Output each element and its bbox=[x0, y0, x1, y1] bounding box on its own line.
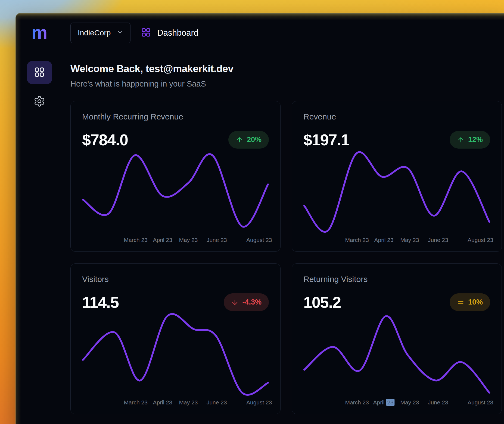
x-axis-tick: March 23 bbox=[345, 237, 369, 243]
metric-value: 114.5 bbox=[82, 293, 119, 311]
selection-highlight: 23 bbox=[386, 399, 394, 406]
line-chart bbox=[82, 314, 269, 397]
x-axis-tick: August 23 bbox=[246, 399, 272, 406]
trend-badge: 12% bbox=[450, 131, 490, 149]
x-axis-tick: May 23 bbox=[400, 237, 419, 243]
equals-icon bbox=[457, 299, 465, 306]
x-axis-tick: April 23 bbox=[373, 399, 394, 406]
x-axis-tick: March 23 bbox=[124, 399, 148, 406]
card-title: Returning Visitors bbox=[303, 275, 490, 284]
main-area: IndieCorp Dashboard bbox=[63, 14, 504, 424]
x-axis-tick: April 23 bbox=[374, 237, 393, 243]
welcome-heading: Welcome Back, test@makerkit.dev bbox=[70, 63, 502, 75]
sidebar-item-dashboard[interactable] bbox=[27, 61, 52, 84]
value-row: 105.2 10% bbox=[303, 293, 490, 311]
line-chart bbox=[82, 151, 269, 235]
trend-label: 10% bbox=[468, 298, 483, 306]
x-axis-tick: March 23 bbox=[124, 237, 148, 243]
line-chart bbox=[303, 151, 490, 235]
line-chart bbox=[303, 314, 490, 397]
metric-cards-grid: Monthly Recurring Revenue $784.0 20% Mar… bbox=[70, 101, 502, 414]
x-axis-labels: March 23April 23May 23June 23August 23 bbox=[303, 398, 490, 407]
card-title: Monthly Recurring Revenue bbox=[82, 112, 269, 121]
arrow-up-icon bbox=[236, 136, 243, 144]
card-returning-visitors: Returning Visitors 105.2 10% March 23Apr… bbox=[292, 263, 502, 414]
value-row: $197.1 12% bbox=[303, 131, 490, 149]
trend-label: 20% bbox=[247, 136, 262, 144]
card-title: Revenue bbox=[303, 112, 490, 121]
makerkit-logo: m bbox=[32, 23, 48, 41]
x-axis-tick: June 23 bbox=[428, 399, 448, 406]
x-axis-tick: August 23 bbox=[246, 237, 272, 243]
page-title: Dashboard bbox=[157, 28, 198, 38]
topbar: IndieCorp Dashboard bbox=[63, 14, 504, 52]
trend-badge: -4.3% bbox=[224, 293, 269, 311]
gear-icon bbox=[33, 95, 45, 108]
x-axis-labels: March 23April 23May 23June 23August 23 bbox=[303, 236, 490, 245]
grid-icon bbox=[141, 27, 151, 39]
chevron-down-icon bbox=[117, 29, 123, 37]
metric-value: $784.0 bbox=[82, 131, 128, 149]
x-axis-tick: August 23 bbox=[468, 399, 493, 406]
team-selector-button[interactable]: IndieCorp bbox=[70, 23, 130, 43]
trend-badge: 10% bbox=[450, 293, 490, 311]
trend-label: -4.3% bbox=[242, 298, 262, 306]
x-axis-tick: June 23 bbox=[428, 237, 448, 243]
page-header: Dashboard bbox=[141, 27, 198, 39]
trend-badge: 20% bbox=[228, 131, 269, 149]
welcome-subtitle: Here's what is happening in your SaaS bbox=[70, 79, 502, 88]
card-visitors: Visitors 114.5 -4.3% March 23April 23May… bbox=[70, 263, 281, 414]
x-axis-tick: March 23 bbox=[345, 399, 369, 406]
arrow-up-icon bbox=[457, 136, 465, 144]
sidebar: m bbox=[16, 14, 63, 424]
x-axis-labels: March 23April 23May 23June 23August 23 bbox=[82, 236, 269, 245]
card-revenue: Revenue $197.1 12% March 23April 23May 2… bbox=[292, 101, 502, 252]
trend-label: 12% bbox=[468, 136, 483, 144]
card-title: Visitors bbox=[82, 275, 269, 284]
arrow-down-icon bbox=[231, 299, 239, 306]
x-axis-tick: April 23 bbox=[153, 237, 172, 243]
x-axis-tick: May 23 bbox=[179, 399, 198, 406]
value-row: $784.0 20% bbox=[82, 131, 269, 149]
x-axis-tick: August 23 bbox=[468, 237, 493, 243]
x-axis-tick: April 23 bbox=[153, 399, 172, 406]
value-row: 114.5 -4.3% bbox=[82, 293, 269, 311]
grid-icon bbox=[34, 66, 45, 79]
x-axis-labels: March 23April 23May 23June 23August 23 bbox=[82, 398, 269, 407]
app-window: m IndieCorp bbox=[15, 13, 504, 424]
card-monthly-recurring-revenue: Monthly Recurring Revenue $784.0 20% Mar… bbox=[70, 101, 281, 252]
metric-value: $197.1 bbox=[303, 131, 349, 149]
x-axis-tick: May 23 bbox=[179, 237, 198, 243]
sidebar-item-settings[interactable] bbox=[27, 90, 52, 113]
dashboard-content: Welcome Back, test@makerkit.dev Here's w… bbox=[63, 52, 504, 424]
x-axis-tick: June 23 bbox=[207, 237, 227, 243]
x-axis-tick: June 23 bbox=[207, 399, 227, 406]
x-axis-tick: May 23 bbox=[400, 399, 419, 406]
metric-value: 105.2 bbox=[303, 293, 341, 311]
team-selector-label: IndieCorp bbox=[78, 29, 111, 37]
